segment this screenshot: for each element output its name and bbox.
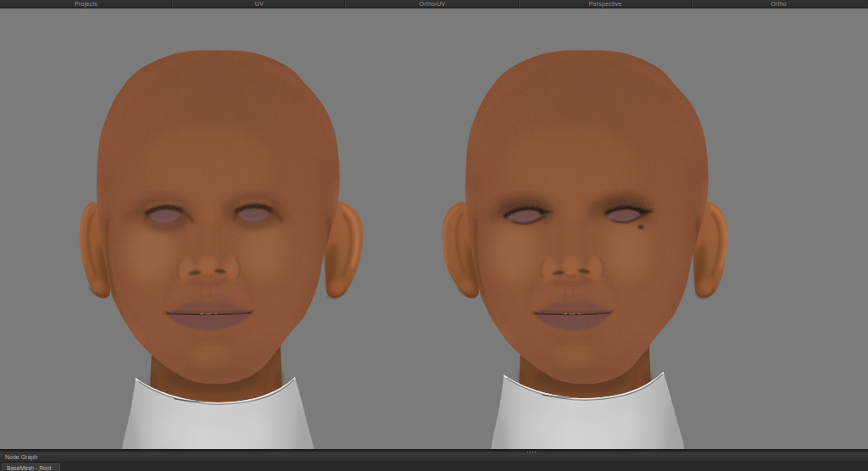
node-graph-tab-label: BaseMesh - Root xyxy=(7,465,52,471)
tab-uv[interactable]: UV xyxy=(172,0,345,8)
app-window: Projects UV Ortho/UV Perspective Ortho xyxy=(0,0,868,471)
node-graph-tab-basemesh[interactable]: BaseMesh - Root xyxy=(2,463,60,471)
tab-ortho[interactable]: Ortho xyxy=(692,0,865,8)
node-graph-panel: Node Graph BaseMesh - Root xyxy=(0,449,868,471)
model-head-left[interactable] xyxy=(80,50,363,449)
tab-ortho-label: Ortho xyxy=(771,1,787,7)
tab-ortho-uv[interactable]: Ortho/UV xyxy=(345,0,518,8)
tab-perspective[interactable]: Perspective xyxy=(519,0,692,8)
node-graph-tab-strip: BaseMesh - Root xyxy=(0,463,868,471)
viewport-3d-canvas[interactable] xyxy=(0,8,868,449)
tab-ortho-uv-label: Ortho/UV xyxy=(420,1,446,7)
node-graph-title: Node Graph xyxy=(5,454,37,460)
viewport-tab-bar: Projects UV Ortho/UV Perspective Ortho xyxy=(0,0,868,8)
tab-projects[interactable]: Projects xyxy=(0,0,172,8)
tab-projects-label: Projects xyxy=(75,1,97,7)
node-graph-header[interactable]: Node Graph xyxy=(0,452,868,463)
model-head-right[interactable] xyxy=(442,50,727,449)
tab-uv-label: UV xyxy=(255,1,264,7)
tab-perspective-label: Perspective xyxy=(589,1,622,7)
